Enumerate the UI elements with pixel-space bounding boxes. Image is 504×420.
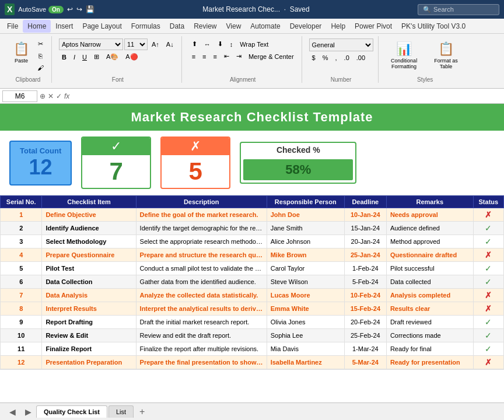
align-left-button[interactable]: ≡ — [189, 51, 198, 62]
cell-serial[interactable]: 4 — [1, 249, 42, 262]
percent-button[interactable]: % — [320, 52, 331, 63]
decrease-decimal-button[interactable]: .00 — [354, 52, 368, 63]
cell-status[interactable]: ✗ — [473, 356, 503, 369]
cell-person[interactable]: Jane Smith — [267, 222, 344, 235]
cell-deadline[interactable]: 1-Mar-24 — [344, 342, 386, 356]
menu-help[interactable]: Help — [326, 20, 350, 33]
menu-developer[interactable]: Developer — [285, 20, 327, 33]
fill-color-button[interactable]: A🎨 — [103, 51, 121, 62]
format-as-table-button[interactable]: 📋 Format as Table — [428, 38, 465, 72]
menu-data[interactable]: Data — [165, 20, 189, 33]
menu-power-pivot[interactable]: Power Pivot — [350, 20, 397, 33]
cell-description[interactable]: Analyze the collected data statistically… — [136, 289, 267, 302]
cell-item[interactable]: Interpret Results — [42, 302, 136, 316]
cell-description[interactable]: Prepare the final presentation to showca… — [136, 356, 267, 369]
menu-formulas[interactable]: Formulas — [127, 20, 165, 33]
align-center-button[interactable]: ≡ — [200, 51, 209, 62]
menu-insert[interactable]: Insert — [51, 20, 78, 33]
cell-description[interactable]: Prepare and structure the research quest… — [136, 249, 267, 262]
formula-cancel-icon[interactable]: ✕ — [48, 92, 54, 100]
menu-page-layout[interactable]: Page Layout — [78, 20, 126, 33]
cell-status[interactable]: ✓ — [473, 329, 503, 342]
cell-person[interactable]: Sophia Lee — [267, 329, 344, 342]
formula-confirm-icon[interactable]: ✓ — [56, 92, 62, 100]
cell-deadline[interactable]: 20-Jan-24 — [344, 235, 386, 249]
search-box[interactable]: 🔍 — [418, 4, 499, 15]
tab-left-arrow[interactable]: ◀ — [5, 407, 20, 416]
cell-deadline[interactable]: 1-Feb-24 — [344, 262, 386, 275]
cell-item[interactable]: Pilot Test — [42, 262, 136, 275]
cell-deadline[interactable]: 25-Jan-24 — [344, 249, 386, 262]
font-grow-button[interactable]: A↑ — [149, 39, 162, 50]
cell-description[interactable]: Gather data from the identified audience… — [136, 275, 267, 289]
menu-view[interactable]: View — [222, 20, 246, 33]
cell-item[interactable]: Data Collection — [42, 275, 136, 289]
cell-item[interactable]: Define Objective — [42, 208, 136, 222]
cell-reference[interactable] — [2, 90, 37, 102]
cell-status[interactable]: ✗ — [473, 249, 503, 262]
bold-button[interactable]: B — [59, 52, 69, 62]
cell-remarks[interactable]: Ready for presentation — [386, 356, 473, 369]
undo-icon[interactable]: ↩ — [67, 5, 73, 13]
tab-quality-check-list[interactable]: Quality Check List — [36, 405, 107, 418]
cell-serial[interactable]: 7 — [1, 289, 42, 302]
cell-person[interactable]: Mike Brown — [267, 249, 344, 262]
cell-remarks[interactable]: Needs approval — [386, 208, 473, 222]
cut-button[interactable]: ✂ — [34, 38, 47, 50]
increase-indent-button[interactable]: ⇥ — [233, 51, 244, 62]
cell-person[interactable]: Steve Wilson — [267, 275, 344, 289]
autosave-state[interactable]: On — [48, 6, 64, 13]
cell-item[interactable]: Select Methodology — [42, 235, 136, 249]
tab-right-arrow[interactable]: ▶ — [20, 407, 36, 416]
copy-button[interactable]: ⎘ — [34, 51, 47, 61]
menu-home[interactable]: Home — [23, 20, 51, 33]
paste-button[interactable]: 📋 Paste — [9, 38, 33, 66]
cell-person[interactable]: John Doe — [267, 208, 344, 222]
cell-remarks[interactable]: Audience defined — [386, 222, 473, 235]
cell-serial[interactable]: 1 — [1, 208, 42, 222]
cell-serial[interactable]: 6 — [1, 275, 42, 289]
currency-button[interactable]: $ — [309, 52, 318, 63]
format-painter-button[interactable]: 🖌 — [34, 62, 47, 73]
text-direction-button[interactable]: ↕ — [227, 39, 236, 50]
font-color-button[interactable]: A🔴 — [123, 51, 141, 62]
cell-remarks[interactable]: Results clear — [386, 302, 473, 316]
cell-deadline[interactable]: 20-Feb-24 — [344, 316, 386, 329]
cell-item[interactable]: Prepare Questionnaire — [42, 249, 136, 262]
cell-deadline[interactable]: 25-Feb-24 — [344, 329, 386, 342]
cell-remarks[interactable]: Ready for final — [386, 342, 473, 356]
cell-status[interactable]: ✓ — [473, 275, 503, 289]
cell-description[interactable]: Interpret the analytical results to deri… — [136, 302, 267, 316]
menu-pk-utility[interactable]: PK's Utility Tool V3.0 — [397, 20, 470, 33]
cell-deadline[interactable]: 5-Mar-24 — [344, 356, 386, 369]
increase-decimal-button[interactable]: .0 — [341, 52, 352, 63]
cell-deadline[interactable]: 10-Feb-24 — [344, 289, 386, 302]
cell-item[interactable]: Data Analysis — [42, 289, 136, 302]
formula-input[interactable] — [72, 92, 502, 100]
cell-remarks[interactable]: Data collected — [386, 275, 473, 289]
cell-remarks[interactable]: Draft reviewed — [386, 316, 473, 329]
cell-person[interactable]: Olivia Jones — [267, 316, 344, 329]
cell-person[interactable]: Isabella Martinez — [267, 356, 344, 369]
cell-item[interactable]: Report Drafting — [42, 316, 136, 329]
tab-add-button[interactable]: + — [135, 407, 149, 417]
cell-person[interactable]: Lucas Moore — [267, 289, 344, 302]
cell-status[interactable]: ✗ — [473, 208, 503, 222]
cell-person[interactable]: Mia Davis — [267, 342, 344, 356]
cell-description[interactable]: Draft the initial market research report… — [136, 316, 267, 329]
menu-review[interactable]: Review — [189, 20, 221, 33]
cell-item[interactable]: Identify Audience — [42, 222, 136, 235]
cell-status[interactable]: ✓ — [473, 235, 503, 249]
font-name-selector[interactable]: Aptos Narrow — [59, 38, 123, 50]
cell-description[interactable]: Finalize the report after multiple revis… — [136, 342, 267, 356]
cell-remarks[interactable]: Analysis completed — [386, 289, 473, 302]
cell-serial[interactable]: 3 — [1, 235, 42, 249]
cell-serial[interactable]: 8 — [1, 302, 42, 316]
cell-status[interactable]: ✗ — [473, 302, 503, 316]
italic-button[interactable]: I — [71, 52, 78, 62]
formula-fx-icon[interactable]: fx — [64, 92, 69, 100]
cell-status[interactable]: ✗ — [473, 289, 503, 302]
cell-status[interactable]: ✓ — [473, 222, 503, 235]
search-input[interactable] — [433, 6, 492, 13]
align-middle-button[interactable]: ↔ — [201, 39, 214, 50]
